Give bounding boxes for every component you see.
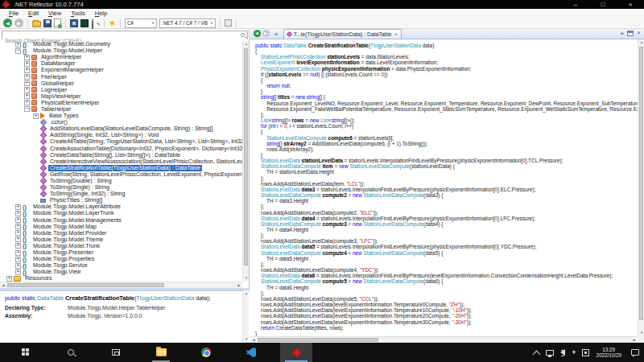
expander-icon[interactable]: + xyxy=(24,55,30,60)
expander-icon[interactable]: + xyxy=(24,80,30,86)
tree-item[interactable]: +{}Module.Tlogp.Properties xyxy=(0,256,242,262)
tree-item[interactable]: AddStationLevelData(StationLevelDataComp… xyxy=(0,125,242,132)
start-button[interactable] xyxy=(10,343,42,362)
tree-item[interactable]: CreateDataTable(String[], List<String[]>… xyxy=(0,152,242,158)
volume-icon[interactable] xyxy=(560,349,565,356)
tree-item[interactable]: +MapViewHelper xyxy=(0,93,242,100)
tree-item[interactable]: +DataManager xyxy=(0,60,242,67)
tree-item[interactable]: +PhysicalElementHelper xyxy=(0,100,242,106)
tree-item[interactable]: +AlgorithmHelper xyxy=(0,54,242,60)
new-window-icon[interactable] xyxy=(627,31,634,36)
display-icon[interactable] xyxy=(546,350,554,356)
forward-icon[interactable]: ▶ xyxy=(14,19,23,27)
expander-icon[interactable]: − xyxy=(24,106,30,112)
minimize-icon[interactable]: – xyxy=(562,0,589,9)
expander-icon[interactable]: + xyxy=(15,269,21,275)
nav-forward-icon[interactable]: ▶ xyxy=(262,30,270,37)
back-icon[interactable]: ◀ xyxy=(3,19,12,27)
tree-item[interactable]: CreateAssociationTable(Dictionary<Int32,… xyxy=(0,146,242,152)
expander-icon[interactable]: + xyxy=(24,68,30,73)
tree-item[interactable]: +LogHelper xyxy=(0,87,242,93)
options-icon[interactable] xyxy=(225,19,232,27)
assembly-browser-icon[interactable] xyxy=(70,19,78,27)
tree-item[interactable]: +GlobalHelper xyxy=(0,80,242,87)
expander-icon[interactable]: + xyxy=(15,217,21,223)
menu-file[interactable]: File xyxy=(4,9,23,18)
signature-scrollbar[interactable]: ▲ ▼ xyxy=(242,290,249,343)
expander-icon[interactable]: + xyxy=(24,74,30,80)
expander-icon[interactable]: + xyxy=(33,113,39,119)
tree-item[interactable]: −{}Module.Tlogp.Model.Helper xyxy=(0,47,242,54)
expander-icon[interactable]: + xyxy=(15,237,21,242)
declaring-type-value[interactable]: Module.Tlogp.Model.Helper.TableHelper xyxy=(68,305,165,311)
tree-item[interactable]: ToString(Double) : String xyxy=(0,178,242,184)
input-indicator-icon[interactable]: + xyxy=(572,349,576,356)
tree-horizontal-scrollbar[interactable]: ◀ ▶ xyxy=(0,282,242,288)
nav-back-icon[interactable]: ◀ xyxy=(254,30,261,37)
tree-item[interactable]: CreateStratificationTable(TlogpUserStati… xyxy=(0,165,242,171)
assembly-value[interactable]: Module.Tlogp, Version=1.0.0.0 xyxy=(68,313,142,319)
expander-icon[interactable]: − xyxy=(15,48,21,54)
reflector-taskbar-button[interactable] xyxy=(280,343,312,362)
favorites-icon[interactable]: ★ xyxy=(109,19,116,27)
expander-icon[interactable]: + xyxy=(24,93,30,99)
menu-help[interactable]: Help xyxy=(90,9,112,18)
expander-icon[interactable]: + xyxy=(24,100,30,105)
open-icon[interactable] xyxy=(32,21,41,27)
action-center-icon[interactable] xyxy=(631,349,639,356)
tree-item[interactable]: PhysicTitles : String[] xyxy=(0,197,242,204)
task-view-button[interactable] xyxy=(100,343,132,362)
language-select[interactable]: C#▼ xyxy=(125,19,157,28)
expander-icon[interactable]: + xyxy=(24,61,30,67)
taskbar-clock[interactable]: 13:29 2022/10/29 xyxy=(596,347,621,359)
maximize-icon[interactable]: □ xyxy=(589,0,617,9)
close-icon[interactable]: × xyxy=(617,0,644,9)
tree-item[interactable]: ToString(Single, Int32) : String xyxy=(0,191,242,197)
expander-icon[interactable]: + xyxy=(15,42,21,47)
tree-item[interactable]: +Resources xyxy=(0,275,242,282)
tab-scroll-right-icon[interactable]: ▶ xyxy=(621,31,624,35)
expander-icon[interactable]: + xyxy=(15,257,21,262)
tree-item[interactable]: +{}Module.Tlogp.Model.LayerAttribute xyxy=(0,204,242,210)
vscode-button[interactable] xyxy=(235,343,267,362)
tree-item[interactable]: ToString(Single) : String xyxy=(0,184,242,191)
tree-item[interactable]: −TableHelper xyxy=(0,106,242,113)
menu-view[interactable]: View xyxy=(43,9,66,18)
tree-item[interactable]: +{}Module.Tlogp.Service xyxy=(0,262,242,269)
tree-item[interactable]: GetRow(String, StationLevelPhisicCollect… xyxy=(0,171,242,178)
taskbar-search-button[interactable] xyxy=(55,343,87,362)
tree-item[interactable]: +Base Types xyxy=(0,113,242,119)
tab-createstratificationtable[interactable]: T...le(TlogpUserStationData) : DataTable… xyxy=(283,29,402,39)
chrome-button[interactable] xyxy=(190,343,222,362)
expander-icon[interactable]: + xyxy=(15,263,21,269)
save-icon[interactable] xyxy=(43,19,52,27)
tray-expand-icon[interactable] xyxy=(533,350,541,358)
tree-item[interactable]: +{}Module.Tlogp.Presenter xyxy=(0,249,242,256)
tree-item[interactable]: +{}Module.Tlogp.Model.Geometry xyxy=(0,41,242,47)
ime-icon[interactable] xyxy=(582,349,589,356)
tree-item[interactable]: CreateInterectiveViewNoassociation(Stati… xyxy=(0,158,242,165)
expander-icon[interactable]: + xyxy=(15,204,21,210)
tree-item[interactable]: +{}Module.Tlogp.Model.Managements xyxy=(0,217,242,224)
expander-icon[interactable]: + xyxy=(6,276,12,282)
expander-icon[interactable]: + xyxy=(15,250,21,256)
expander-icon[interactable]: + xyxy=(24,87,30,93)
tree-item[interactable]: +{}Module.Tlogp.Model.Theme xyxy=(0,237,242,243)
expander-icon[interactable]: + xyxy=(15,224,21,229)
analyzer-icon[interactable] xyxy=(80,19,89,27)
tree-item[interactable]: +{}Module.Tlogp.Model.Trunk xyxy=(0,243,242,249)
tree-item[interactable]: AddString(Single, Int32, List<String>) :… xyxy=(0,132,242,138)
tree-item[interactable]: .cctor() xyxy=(0,119,242,125)
tree-item[interactable]: CreateAllTable(String, TlogpUserStationD… xyxy=(0,138,242,145)
tree-vertical-scrollbar[interactable]: ▲ ▼ xyxy=(242,41,249,282)
code-vertical-scrollbar[interactable]: ▲ ▼ xyxy=(638,39,644,336)
expander-icon[interactable]: + xyxy=(15,243,21,249)
code-horizontal-scrollbar[interactable]: ◀ ▶ xyxy=(250,336,638,343)
file-explorer-button[interactable] xyxy=(145,343,177,362)
tree-item[interactable]: +{}Module.Tlogp.Model.Map xyxy=(0,224,242,230)
expander-icon[interactable]: + xyxy=(15,230,21,236)
tree-item[interactable]: +FileHelper xyxy=(0,73,242,80)
expander-icon[interactable]: + xyxy=(15,211,21,216)
tree-item[interactable]: +{}Module.Tlogp.Model.LayerTrunk xyxy=(0,210,242,216)
tree-item[interactable]: +ExponentManagerHelper xyxy=(0,67,242,73)
